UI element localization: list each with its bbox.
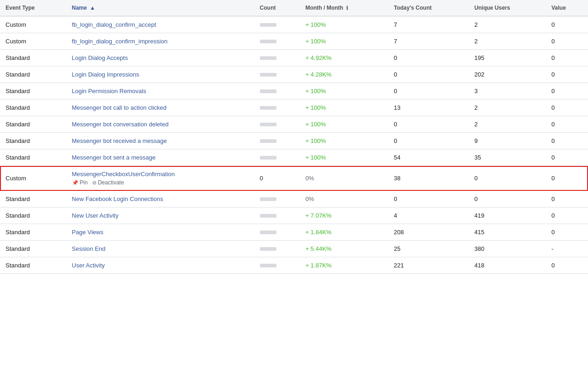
month-month-cell: 0% [300,191,389,207]
value-cell: 0 [546,100,588,116]
count-bar [260,123,294,126]
value-cell: 0 [546,224,588,241]
deactivate-icon [92,179,96,186]
name-cell: Login Dialog Accepts [66,50,254,66]
count-cell: 0 [254,166,300,191]
name-link[interactable]: Messenger bot call to action clicked [72,104,167,111]
table-row: StandardMessenger bot conversation delet… [0,116,588,133]
name-link[interactable]: User Activity [72,262,105,269]
todays-count-cell: 38 [388,166,469,191]
col-count: Count [254,0,300,16]
unique-users-cell: 0 [469,191,546,207]
name-link[interactable]: Login Dialog Impressions [72,71,139,78]
table-row: StandardUser Activity+ 1.87K%2214180 [0,257,588,274]
events-table-container: Event Type Name ▲ Count Month / Month ℹ … [0,0,588,274]
count-cell [254,133,300,149]
name-cell: Session End [66,241,254,257]
count-cell [254,116,300,133]
name-cell: Messenger bot received a message [66,133,254,149]
event-type-cell: Standard [0,191,66,207]
name-cell: New Facebook Login Connections [66,191,254,207]
name-cell: Messenger bot call to action clicked [66,100,254,116]
table-row: StandardLogin Dialog Accepts+ 4.92K%0195… [0,50,588,66]
count-cell [254,16,300,33]
count-bar [260,73,294,77]
month-month-cell: + 100% [300,116,389,133]
value-cell: 0 [546,149,588,166]
count-bar [260,40,294,43]
event-type-cell: Standard [0,257,66,274]
event-type-cell: Custom [0,33,66,50]
value-cell: 0 [546,50,588,66]
col-name[interactable]: Name ▲ [66,0,254,16]
name-link[interactable]: Messenger bot received a message [72,137,167,144]
count-bar [260,247,294,251]
table-row: Customfb_login_dialog_confirm_impression… [0,33,588,50]
name-cell: Messenger bot conversation deleted [66,116,254,133]
unique-users-cell: 380 [469,241,546,257]
value-cell: 0 [546,207,588,224]
todays-count-cell: 0 [388,116,469,133]
event-type-cell: Standard [0,116,66,133]
deactivate-action-link[interactable]: Deactivate [92,179,124,186]
name-cell: Login Dialog Impressions [66,66,254,83]
count-bar-fill [260,123,276,126]
count-cell [254,66,300,83]
event-type-cell: Standard [0,100,66,116]
value-cell: 0 [546,16,588,33]
value-cell: 0 [546,33,588,50]
todays-count-cell: 4 [388,207,469,224]
name-link[interactable]: fb_login_dialog_confirm_accept [72,21,156,28]
count-cell [254,33,300,50]
count-bar-fill [260,89,276,93]
name-link[interactable]: Login Dialog Accepts [72,54,128,61]
sort-asc-icon: ▲ [90,5,96,11]
table-row: StandardNew Facebook Login Connections0%… [0,191,588,207]
name-link[interactable]: fb_login_dialog_confirm_impression [72,38,168,45]
count-bar [260,264,294,267]
event-type-cell: Custom [0,166,66,191]
count-bar-fill [260,106,276,110]
count-bar-fill [260,247,276,251]
pin-action-link[interactable]: Pin [72,179,88,186]
unique-users-cell: 415 [469,224,546,241]
table-row: StandardMessenger bot received a message… [0,133,588,149]
event-type-cell: Standard [0,133,66,149]
todays-count-cell: 0 [388,83,469,100]
name-link[interactable]: New Facebook Login Connections [72,195,163,202]
todays-count-cell: 0 [388,50,469,66]
month-month-cell: + 100% [300,133,389,149]
name-link[interactable]: MessengerCheckboxUserConfirmation [72,171,175,178]
count-cell [254,224,300,241]
name-link[interactable]: Page Views [72,229,103,236]
count-cell [254,191,300,207]
unique-users-cell: 2 [469,100,546,116]
todays-count-cell: 7 [388,33,469,50]
name-link[interactable]: Messenger bot sent a message [72,154,156,161]
events-table: Event Type Name ▲ Count Month / Month ℹ … [0,0,588,274]
count-bar-fill [260,231,276,234]
count-bar-fill [260,40,276,43]
pin-icon [72,179,78,186]
name-link[interactable]: Login Permission Removals [72,88,146,95]
count-cell [254,83,300,100]
unique-users-cell: 35 [469,149,546,166]
name-cell: fb_login_dialog_confirm_accept [66,16,254,33]
unique-users-cell: 2 [469,16,546,33]
count-bar [260,139,294,143]
count-cell [254,257,300,274]
name-link[interactable]: New User Activity [72,212,119,219]
month-month-cell: + 100% [300,83,389,100]
name-link[interactable]: Session End [72,245,106,252]
name-link[interactable]: Messenger bot conversation deleted [72,121,169,128]
count-bar-fill [260,264,276,267]
count-bar [260,197,294,201]
count-bar [260,156,294,160]
count-bar-fill [260,23,276,27]
name-cell: Page Views [66,224,254,241]
table-header-row: Event Type Name ▲ Count Month / Month ℹ … [0,0,588,16]
name-cell: Messenger bot sent a message [66,149,254,166]
table-row: StandardPage Views+ 1.84K%2084150 [0,224,588,241]
unique-users-cell: 2 [469,33,546,50]
event-type-cell: Standard [0,241,66,257]
